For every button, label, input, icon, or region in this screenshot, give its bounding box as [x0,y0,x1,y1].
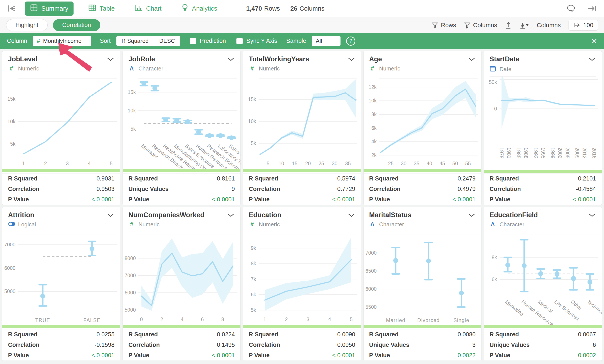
svg-text:2016: 2016 [591,147,597,158]
svg-text:4: 4 [88,161,91,166]
svg-text:4: 4 [181,316,184,322]
summary-grid-icon [30,4,38,13]
help-icon[interactable]: ? [346,36,355,46]
svg-text:10k: 10k [128,108,136,113]
tab-chart[interactable]: Chart [129,2,167,15]
stat-row: P Value< 0.0001 [2,194,120,205]
chevron-down-icon[interactable] [589,213,595,218]
tab-table[interactable]: Table [83,2,120,15]
filter-rows-button[interactable]: Rows [432,22,456,29]
chevron-down-icon[interactable] [468,213,475,218]
stat-value: -0.4584 [576,186,596,193]
svg-text:Technical Degree: Technical Degree [586,299,602,325]
dataset-counts: 1,470Rows 26Columns [246,5,324,12]
column-input[interactable]: # MonthlyIncome [33,36,91,46]
expand-right-icon[interactable] [588,5,597,12]
sync-y-axis-checkbox[interactable]: Sync Y Axis [236,38,277,44]
sample-select[interactable]: All [312,36,340,46]
card-title: JobRole [128,55,235,63]
chevron-down-icon[interactable] [348,213,355,218]
stat-label: R Squared [128,331,158,338]
svg-text:7k: 7k [251,276,256,282]
chevron-down-icon[interactable] [468,57,475,62]
card-type-label: Character [379,221,404,228]
columns-limit-button[interactable]: 100 [568,20,598,31]
stat-row: Unique Values6 [484,340,602,350]
svg-text:10k: 10k [369,98,377,104]
stat-label: Correlation [249,342,280,348]
stat-row: R Squared0.2479 [364,173,481,184]
svg-text:2009: 2009 [574,147,580,158]
stat-row: R Squared0.0080 [364,329,481,340]
stat-row: Unique Values9 [123,184,240,194]
stat-value: < 0.0001 [453,196,476,203]
svg-text:35: 35 [345,161,351,166]
sort-field-button[interactable]: R Squared [116,36,154,46]
svg-text:Single: Single [453,317,469,323]
chevron-down-icon[interactable] [107,57,114,62]
stat-row: R Squared0.9031 [2,173,120,184]
chevron-down-icon[interactable] [227,213,234,218]
topbar-actions [566,5,597,12]
download-icon[interactable] [519,21,529,29]
svg-text:1981: 1981 [506,147,512,158]
chevron-down-icon[interactable] [348,57,355,62]
stat-row: P Value0.0022 [364,350,481,361]
stat-row: P Value< 0.0001 [123,194,240,205]
numeric-hash-icon: # [249,65,255,72]
significance-bar [484,170,602,173]
filter-columns-label: Columns [473,22,497,29]
filter-columns-button[interactable]: Columns [464,22,497,29]
bar-chart-icon [135,4,142,13]
upload-icon[interactable] [505,21,512,29]
correlation-button[interactable]: Correlation [53,19,100,31]
card-type: #Numeric [249,221,355,231]
comment-bubble-icon[interactable] [566,5,575,12]
svg-text:6000: 6000 [4,265,15,271]
stat-value: 0.5974 [337,175,355,182]
tab-label: Chart [146,5,162,12]
sample-label: Sample [286,38,306,44]
stat-row: P Value< 0.0001 [2,350,120,361]
summary-card-TotalWorkingYears: TotalWorkingYears#Numeric5k10k15k5101520… [243,51,361,205]
summary-card-JobLevel: JobLevel#Numeric5k10k15k12345R Squared0.… [2,51,120,205]
stat-value: 0.2479 [458,175,476,182]
chevron-down-icon[interactable] [589,57,595,62]
stat-label: R Squared [369,331,399,338]
svg-text:40: 40 [427,161,432,166]
filter-rows-label: Rows [441,22,456,29]
svg-text:0: 0 [494,106,497,111]
stat-row: Correlation0.4979 [364,184,481,194]
close-icon[interactable]: × [591,36,597,46]
card-type: #Numeric [128,221,235,231]
sort-direction-button[interactable]: DESC [154,36,180,46]
stat-value: 0.9031 [97,175,115,182]
svg-text:1978: 1978 [499,147,504,158]
stat-label: R Squared [249,331,278,338]
tab-summary[interactable]: Summary [25,1,74,16]
column-count-label: Columns [300,5,324,12]
svg-text:2005: 2005 [564,147,570,158]
summary-cards-grid: JobLevel#Numeric5k10k15k12345R Squared0.… [0,49,604,363]
svg-text:15: 15 [292,161,298,166]
svg-text:1: 1 [264,316,266,322]
prediction-checkbox[interactable]: Prediction [190,38,226,44]
card-type-label: Numeric [138,221,160,228]
summary-card-NumCompaniesWorked: NumCompaniesWorked#Numeric50006000700080… [123,207,241,361]
highlight-button[interactable]: Highlight [6,19,48,31]
svg-text:25: 25 [318,161,324,166]
tab-analytics[interactable]: Analytics [176,1,222,16]
svg-text:8k: 8k [371,111,377,117]
svg-text:7000: 7000 [4,242,15,247]
columns-width-label: Columns [537,22,561,29]
collapse-left-icon[interactable] [7,4,16,12]
stat-label: P Value [490,352,510,359]
svg-text:30: 30 [332,161,338,166]
chevron-down-icon[interactable] [107,213,114,218]
svg-text:5: 5 [267,161,270,166]
checkbox-icon [190,38,196,44]
sample-value: All [316,38,322,44]
svg-text:4k: 4k [371,139,377,144]
chevron-down-icon[interactable] [227,57,234,62]
stat-value: 0.0080 [458,331,476,338]
